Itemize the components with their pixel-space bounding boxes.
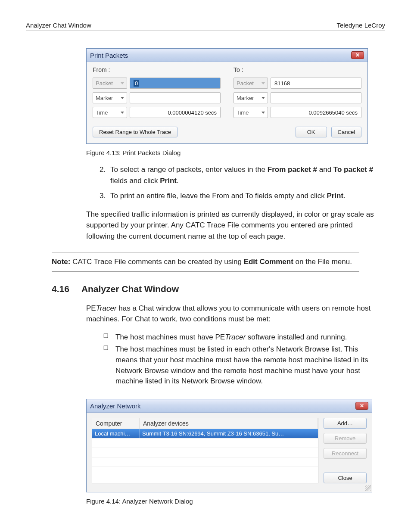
to-packet-select-label: Packet — [237, 80, 254, 87]
chevron-down-icon — [121, 112, 124, 114]
to-packet-select[interactable]: Packet — [234, 78, 268, 89]
from-marker-select-label: Marker — [96, 95, 113, 101]
close-button[interactable]: Close — [324, 473, 367, 483]
list-item: To select a range of packets, enter valu… — [108, 164, 385, 186]
resize-grip-icon[interactable] — [365, 485, 371, 491]
to-marker-input[interactable] — [271, 92, 361, 103]
cell-devices: Summit T3-16 SN:62694, Summit Z3-16 SN:6… — [140, 429, 318, 438]
analyzer-network-dialog: Analyzer Network ✕ Computer Analyzer dev… — [86, 399, 372, 492]
from-packet-input[interactable]: 0 — [130, 78, 221, 89]
to-time-select[interactable]: Time — [234, 107, 268, 118]
note-label: Note: — [52, 258, 70, 266]
column-header-devices[interactable]: Analyzer devices — [140, 418, 318, 429]
cell-computer: Local machi… — [92, 429, 140, 438]
page-header: Analyzer Chat Window Teledyne LeCroy — [26, 22, 385, 31]
figure-414-caption: Figure 4.14: Analyzer Network Dialog — [86, 498, 385, 505]
chevron-down-icon — [121, 82, 124, 84]
from-packet-select[interactable]: Packet — [93, 78, 127, 89]
close-icon[interactable]: ✕ — [355, 402, 368, 410]
reconnect-button[interactable]: Reconnect — [324, 448, 367, 459]
cancel-button[interactable]: Cancel — [331, 127, 361, 137]
add-button[interactable]: Add… — [324, 418, 367, 429]
chevron-down-icon — [262, 112, 265, 114]
close-icon[interactable]: ✕ — [351, 51, 364, 59]
table-row[interactable]: Local machi… Summit T3-16 SN:62694, Summ… — [92, 429, 318, 438]
column-header-computer[interactable]: Computer — [92, 418, 140, 429]
to-time-select-label: Time — [237, 109, 249, 116]
to-time-value: 0.0092665040 secs — [271, 107, 361, 118]
to-label: To : — [234, 66, 361, 73]
table-row — [92, 448, 318, 457]
table-row — [92, 467, 318, 476]
to-marker-select[interactable]: Marker — [234, 92, 268, 103]
header-left: Analyzer Chat Window — [26, 22, 91, 29]
reset-range-button[interactable]: Reset Range to Whole Trace — [93, 127, 177, 137]
body-paragraph: PETracer has a Chat window that allows y… — [86, 303, 377, 325]
ok-button[interactable]: OK — [296, 127, 327, 137]
from-label: From : — [93, 66, 221, 73]
table-row — [92, 457, 318, 467]
print-packets-titlebar: Print Packets ✕ — [87, 49, 367, 62]
note-block: Note: CATC Trace File comments can be cr… — [52, 252, 359, 272]
header-right: Teledyne LeCroy — [336, 22, 385, 29]
chevron-down-icon — [262, 97, 265, 99]
chevron-down-icon — [121, 97, 124, 99]
figure-413-caption: Figure 4.13: Print Packets Dialog — [86, 149, 385, 156]
print-packets-title: Print Packets — [90, 52, 128, 59]
list-item: To print an entire file, leave the From … — [108, 190, 385, 202]
from-packet-select-label: Packet — [96, 80, 113, 87]
from-marker-input[interactable] — [130, 92, 221, 103]
analyzer-network-table[interactable]: Computer Analyzer devices Local machi… S… — [92, 418, 318, 483]
analyzer-network-titlebar: Analyzer Network ✕ — [87, 399, 372, 413]
list-item: The host machines must have PETracer sof… — [103, 332, 377, 343]
section-number: 4.16 — [52, 284, 69, 294]
from-time-value: 0.0000004120 secs — [130, 107, 221, 118]
body-paragraph: The specified traffic information is pri… — [86, 209, 377, 242]
section-title: Analyzer Chat Window — [81, 284, 179, 294]
from-time-select-label: Time — [96, 109, 108, 116]
analyzer-network-title: Analyzer Network — [90, 402, 141, 410]
bullet-list: The host machines must have PETracer sof… — [103, 332, 377, 387]
from-marker-select[interactable]: Marker — [93, 92, 127, 103]
section-heading: 4.16 Analyzer Chat Window — [52, 284, 385, 294]
chevron-down-icon — [262, 82, 265, 84]
list-item: The host machines must be listed in each… — [103, 344, 377, 387]
print-packets-dialog: Print Packets ✕ From : Packet 0 — [86, 48, 368, 144]
table-row — [92, 438, 318, 448]
from-time-select[interactable]: Time — [93, 107, 127, 118]
remove-button[interactable]: Remove — [324, 433, 367, 444]
to-marker-select-label: Marker — [237, 95, 254, 101]
numbered-list: To select a range of packets, enter valu… — [90, 164, 385, 202]
to-packet-input[interactable]: 81168 — [271, 78, 361, 89]
